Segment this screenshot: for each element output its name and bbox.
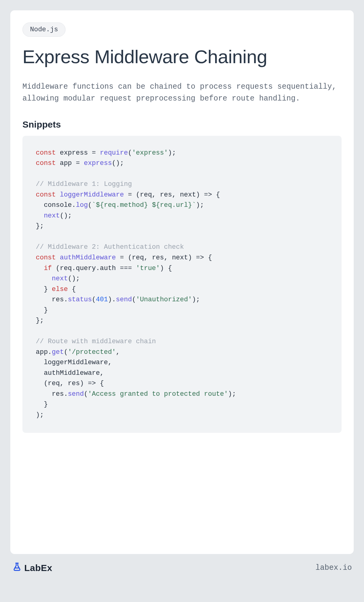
footer: LabEx labex.io: [10, 554, 354, 574]
flask-icon: [12, 562, 22, 574]
language-tag: Node.js: [22, 22, 66, 37]
snippets-heading: Snippets: [22, 119, 342, 130]
brand-name: LabEx: [24, 563, 52, 573]
brand-logo: LabEx: [12, 562, 52, 574]
description-text: Middleware functions can be chained to p…: [22, 81, 342, 105]
code-block: const express = require('express'); cons…: [22, 136, 342, 433]
page-title: Express Middleware Chaining: [22, 46, 342, 67]
site-url: labex.io: [315, 563, 352, 572]
content-card: Node.js Express Middleware Chaining Midd…: [10, 10, 354, 554]
